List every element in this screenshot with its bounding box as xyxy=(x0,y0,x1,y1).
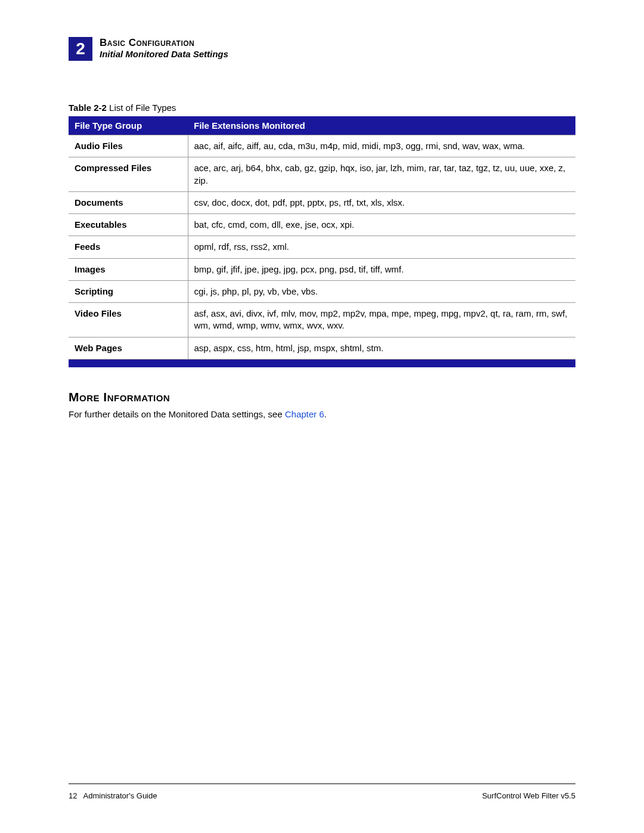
cell-group: Web Pages xyxy=(69,337,188,359)
table-row: Images bmp, gif, jfif, jpe, jpeg, jpg, p… xyxy=(69,258,575,280)
cell-ext: csv, doc, docx, dot, pdf, ppt, pptx, ps,… xyxy=(188,191,575,213)
page-header: 2 Basic Configuration Initial Monitored … xyxy=(69,37,575,61)
cell-group: Compressed Files xyxy=(69,157,188,192)
table-row: Scripting cgi, js, php, pl, py, vb, vbe,… xyxy=(69,280,575,302)
guide-label: Administrator's Guide xyxy=(83,791,157,800)
cell-ext: opml, rdf, rss, rss2, xml. xyxy=(188,236,575,258)
col-header-group: File Type Group xyxy=(69,116,188,135)
cell-group: Audio Files xyxy=(69,135,188,157)
table-caption-text: List of File Types xyxy=(107,103,176,113)
section-subtitle: Initial Monitored Data Settings xyxy=(100,49,228,59)
cell-ext: ace, arc, arj, b64, bhx, cab, gz, gzip, … xyxy=(188,157,575,192)
file-type-table: File Type Group File Extensions Monitore… xyxy=(69,116,575,367)
cell-group: Images xyxy=(69,258,188,280)
table-row: Executables bat, cfc, cmd, com, dll, exe… xyxy=(69,214,575,236)
more-info-text: For further details on the Monitored Dat… xyxy=(69,409,575,419)
header-titles: Basic Configuration Initial Monitored Da… xyxy=(100,37,228,59)
page-footer: 12 Administrator's Guide SurfControl Web… xyxy=(69,784,575,800)
cell-group: Video Files xyxy=(69,303,188,337)
table-caption-label: Table 2-2 xyxy=(69,103,107,113)
page-number: 12 xyxy=(69,791,77,800)
more-info-heading: More Information xyxy=(69,390,575,404)
cell-ext: cgi, js, php, pl, py, vb, vbe, vbs. xyxy=(188,280,575,302)
cell-ext: bmp, gif, jfif, jpe, jpeg, jpg, pcx, png… xyxy=(188,258,575,280)
chapter-link[interactable]: Chapter 6 xyxy=(285,409,324,419)
more-info-suffix: . xyxy=(324,409,327,419)
cell-ext: asp, aspx, css, htm, html, jsp, mspx, sh… xyxy=(188,337,575,359)
col-header-ext: File Extensions Monitored xyxy=(188,116,575,135)
chapter-number-box: 2 xyxy=(69,37,92,61)
table-row: Feeds opml, rdf, rss, rss2, xml. xyxy=(69,236,575,258)
table-row: Documents csv, doc, docx, dot, pdf, ppt,… xyxy=(69,191,575,213)
footer-right: SurfControl Web Filter v5.5 xyxy=(482,791,575,800)
cell-group: Documents xyxy=(69,191,188,213)
footer-left: 12 Administrator's Guide xyxy=(69,791,157,800)
table-row: Video Files asf, asx, avi, divx, ivf, ml… xyxy=(69,303,575,337)
table-caption: Table 2-2 List of File Types xyxy=(69,103,575,113)
cell-ext: bat, cfc, cmd, com, dll, exe, jse, ocx, … xyxy=(188,214,575,236)
table-footer-strip xyxy=(69,359,575,367)
cell-group: Feeds xyxy=(69,236,188,258)
cell-ext: asf, asx, avi, divx, ivf, mlv, mov, mp2,… xyxy=(188,303,575,337)
cell-ext: aac, aif, aifc, aiff, au, cda, m3u, m4p,… xyxy=(188,135,575,157)
table-row: Compressed Files ace, arc, arj, b64, bhx… xyxy=(69,157,575,192)
footer-rule xyxy=(69,784,575,784)
cell-group: Executables xyxy=(69,214,188,236)
table-row: Web Pages asp, aspx, css, htm, html, jsp… xyxy=(69,337,575,359)
table-row: Audio Files aac, aif, aifc, aiff, au, cd… xyxy=(69,135,575,157)
more-info-prefix: For further details on the Monitored Dat… xyxy=(69,409,285,419)
cell-group: Scripting xyxy=(69,280,188,302)
chapter-title: Basic Configuration xyxy=(100,37,228,49)
